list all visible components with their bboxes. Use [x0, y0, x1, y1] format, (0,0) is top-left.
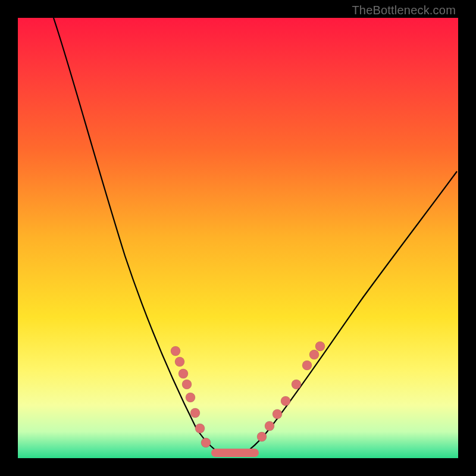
- bottleneck-curve: [18, 18, 458, 458]
- svg-point-10: [273, 409, 282, 419]
- svg-point-3: [182, 380, 192, 389]
- svg-point-0: [171, 346, 180, 356]
- svg-point-15: [315, 342, 325, 351]
- right-marker-cluster: [257, 342, 325, 441]
- svg-point-13: [302, 361, 312, 370]
- svg-point-12: [292, 380, 301, 389]
- svg-point-4: [186, 393, 195, 402]
- svg-point-2: [178, 369, 188, 378]
- svg-point-1: [175, 357, 184, 367]
- chart-frame: [18, 18, 458, 458]
- left-marker-cluster: [171, 346, 211, 447]
- svg-point-14: [309, 350, 319, 359]
- svg-point-5: [190, 408, 200, 418]
- svg-point-11: [281, 396, 290, 406]
- watermark-text: TheBottleneck.com: [352, 4, 456, 17]
- trough-bar: [211, 449, 259, 457]
- svg-point-8: [257, 432, 267, 441]
- svg-point-6: [195, 424, 205, 433]
- svg-rect-16: [211, 449, 259, 457]
- svg-point-9: [265, 421, 274, 431]
- svg-point-7: [201, 438, 211, 447]
